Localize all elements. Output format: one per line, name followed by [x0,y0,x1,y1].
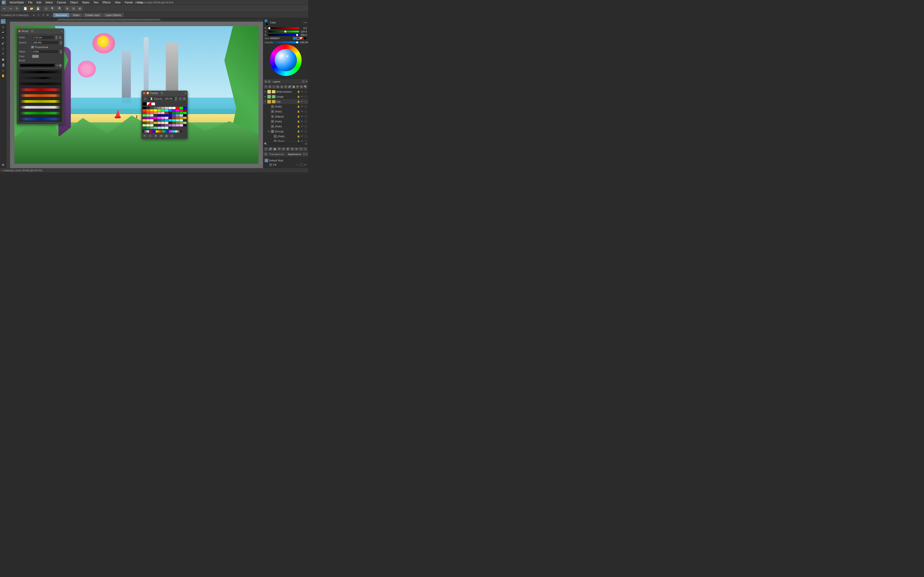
fill-add[interactable]: + [296,163,299,166]
appearance-info[interactable]: i [303,153,305,156]
brush-panel-menu[interactable]: ≡ [61,30,63,32]
layer-lock-city[interactable]: 🔒 [297,100,300,103]
palette-cell-31[interactable] [168,112,172,114]
palette-cell-43[interactable] [168,114,172,116]
palette-cell-63[interactable] [153,119,157,121]
document-btn[interactable]: Document [53,13,69,17]
palette-cell-100[interactable] [157,127,161,129]
palette-cell-48[interactable] [142,117,146,119]
palette-cell-12[interactable] [142,109,146,111]
layer-vis-group[interactable]: 👁 [300,130,304,133]
palette-cell-14[interactable] [150,109,153,111]
tool-shape[interactable]: □ [1,46,6,51]
layers-duplicate[interactable]: ⊞ [276,85,280,89]
layer-expand-city[interactable]: ▼ [264,100,267,103]
layers-copy-btn[interactable]: ⊕ [281,147,285,151]
palette-cell-19[interactable] [168,109,172,111]
layer-expand-sub-path-1[interactable] [270,135,273,137]
width-input[interactable] [32,35,54,39]
palette-cell-44[interactable] [172,114,176,116]
layers-new[interactable]: + [264,147,268,151]
palette-cell-76[interactable] [157,122,161,124]
palette-menu-btn[interactable]: ≡ [170,134,174,138]
menu-canvas[interactable]: Canvas [55,0,68,5]
canvas-content[interactable]: Brush i ≡ Width ▲ ▼ ⊞ Stre [10,22,263,168]
layer-target-city[interactable]: ◯ [304,100,307,103]
rotate-tool-btn[interactable]: ↺ [41,13,45,17]
layers-collapse[interactable]: ◄ [264,80,267,83]
palette-cell-67[interactable] [168,119,172,121]
opacity-slider[interactable] [268,42,299,43]
palette-cell-57[interactable] [176,117,179,119]
layers-search-zoom[interactable]: ⊕ [305,142,307,145]
toolbar-zoom-in[interactable]: 🔍 [50,6,55,11]
palette-cell-23[interactable] [183,109,187,111]
layer-target-path-1[interactable]: ◯ [304,105,307,108]
palette-cell-38[interactable] [150,114,153,116]
width-spinner[interactable]: ▲ ▼ [55,35,58,39]
toolbar-redo[interactable]: ↪ [8,6,13,11]
menu-app[interactable]: VectorStyler [8,0,26,5]
layer-vis-path-3[interactable]: 👁 [300,120,304,123]
palette-cell-86[interactable] [150,124,153,126]
stretch-up[interactable]: ▲ [60,41,62,43]
palette-cell-35[interactable] [183,112,187,114]
brush-info-btn[interactable]: i [31,29,34,33]
layer-ellipse[interactable]: E {Ellipse} 🔒 👁 ◯ [263,114,308,119]
layer-path-4[interactable]: P {Path} 🔒 👁 ◯ [263,124,308,129]
layers-link[interactable]: 🔗 [288,85,291,89]
palette-duplicate-btn[interactable]: ⊕ [153,134,158,138]
layer-vis-sub-path-1[interactable]: 👁 [300,135,304,138]
palette-cell-36[interactable] [142,114,146,116]
black-swatch[interactable] [142,102,147,105]
palette-cell-37[interactable] [146,114,150,116]
opacity-spinner[interactable]: ▲ ▼ [175,97,177,100]
r-slider[interactable] [268,27,299,29]
layers-del-btn[interactable]: 🗑 [286,147,290,151]
layer-expand-group[interactable]: ▶ [268,130,270,132]
layers-search[interactable]: 🔍 [304,85,307,89]
color-black-btn[interactable] [304,37,307,40]
palette-cell-85[interactable] [146,124,150,126]
tool-zoom[interactable]: ⌕ [1,68,6,73]
layer-jungle[interactable]: ▶ L Jungle 🔒 👁 ◯ [263,94,308,99]
brush-item-6[interactable] [19,98,62,104]
stretch-spinner[interactable]: ▲ ▼ [60,41,62,45]
width-up[interactable]: ▲ [55,35,58,37]
layers-search-input[interactable] [268,142,304,146]
fill-vis[interactable]: 👁 [304,163,307,166]
layer-vis-path-2[interactable]: 👁 [300,110,304,113]
palette-cell-53[interactable] [161,117,165,119]
layer-path-1[interactable]: P {Path} 🔒 👁 ◯ [263,104,308,109]
layer-vis-path-4[interactable]: 👁 [300,125,304,128]
tool-pencil[interactable]: ✏ [1,35,6,40]
node-tool-btn[interactable]: ◇ [37,13,40,17]
palette-cell-90[interactable] [165,124,168,126]
palette-cell-52[interactable] [157,117,161,119]
palette-cell-79[interactable] [168,122,172,124]
brush-panel-close[interactable] [18,30,21,32]
palette-cell-75[interactable] [153,122,157,124]
palette-cell-1[interactable] [146,107,150,109]
toolbar-guides[interactable]: ⊟ [71,6,76,11]
color-close[interactable]: × [304,21,305,24]
palette-cell-28[interactable] [157,112,161,114]
palette-cell-97[interactable] [146,127,150,129]
gradient-cell-2[interactable] [156,130,162,132]
layer-vis-sub-path-2[interactable]: 👁 [300,140,304,142]
layer-expand-path-2[interactable] [268,110,270,113]
width-down[interactable]: ▼ [55,38,58,39]
palette-cell-72[interactable] [142,122,146,124]
layers-move-up[interactable]: ▲ [280,85,284,89]
palette-cell-54[interactable] [165,117,168,119]
toolbar-open[interactable]: 📂 [29,6,34,11]
layer-lock-sub-path-1[interactable]: 🔒 [297,135,300,138]
menu-object[interactable]: Object [68,0,80,5]
layer-city[interactable]: ▼ L City 🔒 👁 ◯ [263,99,308,104]
palette-cell-94[interactable] [179,124,183,126]
layers-merge-btn[interactable]: ⊞ [290,147,294,151]
white-swatch[interactable] [151,102,155,105]
palette-cell-55[interactable] [168,117,172,119]
tool-fill[interactable]: ◉ [1,57,6,62]
palette-cell-26[interactable] [150,112,153,114]
